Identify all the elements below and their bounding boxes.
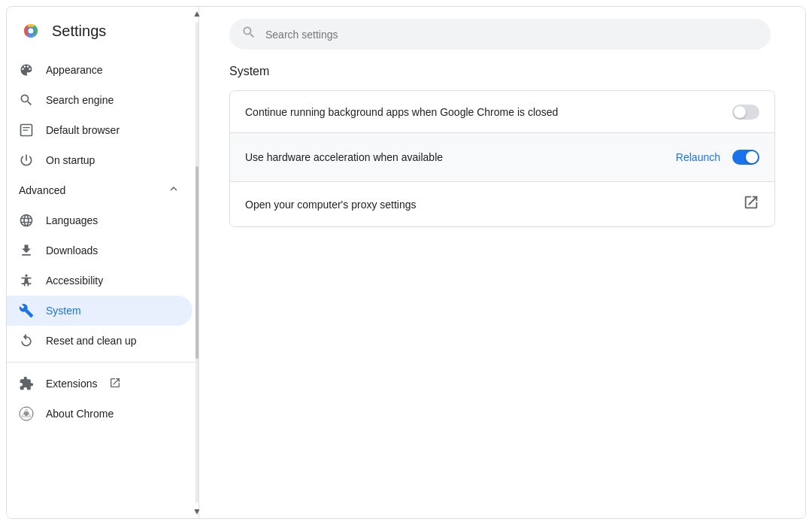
sidebar-header: Settings — [7, 7, 198, 52]
search-bar-container — [199, 7, 805, 59]
sidebar-item-search-engine[interactable]: Search engine — [7, 85, 192, 115]
sidebar-item-on-startup-label: On startup — [46, 154, 95, 166]
svg-point-3 — [29, 29, 34, 34]
sidebar-divider — [7, 362, 198, 363]
proxy-settings-actions — [743, 194, 759, 214]
background-apps-actions — [732, 105, 759, 120]
chevron-up-icon — [167, 182, 180, 199]
sidebar-item-downloads-label: Downloads — [46, 244, 98, 256]
open-external-icon[interactable] — [743, 194, 759, 214]
advanced-section-label: Advanced — [19, 184, 155, 196]
app-title: Settings — [52, 23, 106, 40]
scroll-down-arrow[interactable]: ▼ — [191, 505, 203, 518]
background-apps-toggle[interactable] — [732, 105, 759, 120]
background-apps-row: Continue running background apps when Go… — [230, 91, 774, 133]
toggle-track-on — [732, 150, 759, 165]
sidebar-item-languages[interactable]: Languages — [7, 205, 192, 235]
accessibility-icon — [19, 273, 34, 288]
search-icon — [241, 25, 256, 44]
sidebar-item-accessibility[interactable]: Accessibility — [7, 266, 192, 296]
sidebar-item-default-browser-label: Default browser — [46, 124, 120, 136]
proxy-settings-row[interactable]: Open your computer's proxy settings — [230, 182, 774, 226]
scroll-up-arrow[interactable]: ▲ — [191, 7, 203, 20]
sidebar-item-on-startup[interactable]: On startup — [7, 145, 192, 175]
search-bar — [229, 19, 771, 50]
extensions-icon — [19, 376, 34, 391]
power-icon — [19, 153, 34, 168]
svg-point-5 — [25, 275, 27, 277]
chrome-logo-icon — [19, 19, 43, 43]
settings-card: Continue running background apps when Go… — [229, 90, 775, 227]
hardware-acceleration-row: Use hardware acceleration when available… — [230, 133, 774, 182]
about-chrome-icon — [19, 406, 34, 421]
toggle-thumb-on — [746, 151, 758, 163]
scrollbar-thumb — [195, 166, 198, 359]
sidebar-item-about-chrome-label: About Chrome — [46, 408, 114, 420]
palette-icon — [19, 62, 34, 77]
sidebar-item-reset-label: Reset and clean up — [46, 335, 137, 347]
toggle-thumb — [734, 106, 746, 118]
hardware-acceleration-label: Use hardware acceleration when available — [245, 151, 673, 163]
globe-icon — [19, 213, 34, 228]
background-apps-label: Continue running background apps when Go… — [245, 106, 732, 118]
proxy-settings-label: Open your computer's proxy settings — [245, 199, 743, 211]
sidebar-item-accessibility-label: Accessibility — [46, 275, 103, 287]
download-icon — [19, 243, 34, 258]
sidebar-item-system-label: System — [46, 305, 81, 317]
sidebar-scrollbar[interactable]: ▲ ▼ — [195, 7, 199, 518]
wrench-icon — [19, 303, 34, 318]
main-content: System Continue running background apps … — [199, 7, 805, 518]
sidebar-item-reset[interactable]: Reset and clean up — [7, 326, 192, 356]
toggle-track — [732, 105, 759, 120]
external-link-icon — [109, 377, 121, 391]
sidebar-item-extensions-label: Extensions — [46, 378, 97, 390]
sidebar-nav: Appearance Search engine — [7, 52, 198, 518]
search-nav-icon — [19, 93, 34, 108]
sidebar-item-languages-label: Languages — [46, 214, 98, 226]
relaunch-button[interactable]: Relaunch — [673, 145, 723, 169]
sidebar-item-downloads[interactable]: Downloads — [7, 235, 192, 266]
reset-icon — [19, 333, 34, 348]
sidebar-item-system[interactable]: System — [7, 296, 192, 326]
scrollbar-track — [195, 22, 198, 503]
content-area: System Continue running background apps … — [199, 59, 805, 257]
sidebar-item-search-engine-label: Search engine — [46, 94, 114, 106]
sidebar-item-extensions[interactable]: Extensions — [7, 369, 192, 399]
hardware-acceleration-actions: Relaunch — [673, 145, 759, 169]
sidebar-item-default-browser[interactable]: Default browser — [7, 115, 192, 145]
sidebar-item-appearance[interactable]: Appearance — [7, 55, 192, 85]
browser-icon — [19, 123, 34, 138]
search-input[interactable] — [265, 29, 759, 41]
hardware-acceleration-toggle[interactable] — [732, 150, 759, 165]
sidebar-item-appearance-label: Appearance — [46, 64, 103, 76]
advanced-section-header[interactable]: Advanced — [7, 175, 192, 205]
sidebar-item-about-chrome[interactable]: About Chrome — [7, 399, 192, 429]
section-title: System — [229, 65, 775, 78]
